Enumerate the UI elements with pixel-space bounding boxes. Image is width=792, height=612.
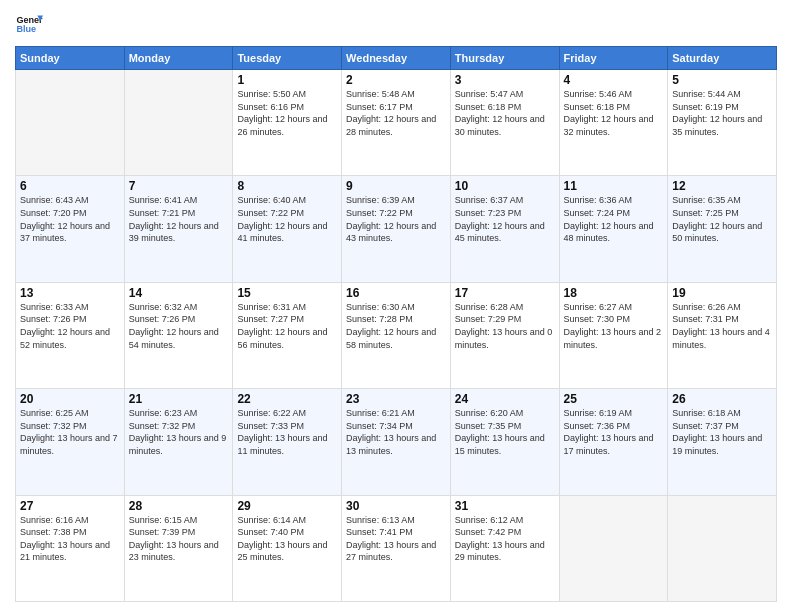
day-number: 28 [129, 499, 229, 513]
svg-text:Blue: Blue [16, 24, 36, 34]
day-info: Sunrise: 5:47 AM Sunset: 6:18 PM Dayligh… [455, 88, 555, 138]
calendar-cell: 27Sunrise: 6:16 AM Sunset: 7:38 PM Dayli… [16, 495, 125, 601]
calendar-cell: 5Sunrise: 5:44 AM Sunset: 6:19 PM Daylig… [668, 70, 777, 176]
calendar-cell: 31Sunrise: 6:12 AM Sunset: 7:42 PM Dayli… [450, 495, 559, 601]
day-info: Sunrise: 5:48 AM Sunset: 6:17 PM Dayligh… [346, 88, 446, 138]
day-info: Sunrise: 6:21 AM Sunset: 7:34 PM Dayligh… [346, 407, 446, 457]
day-number: 3 [455, 73, 555, 87]
day-info: Sunrise: 6:35 AM Sunset: 7:25 PM Dayligh… [672, 194, 772, 244]
calendar-cell: 30Sunrise: 6:13 AM Sunset: 7:41 PM Dayli… [342, 495, 451, 601]
calendar-cell: 21Sunrise: 6:23 AM Sunset: 7:32 PM Dayli… [124, 389, 233, 495]
day-number: 20 [20, 392, 120, 406]
day-number: 25 [564, 392, 664, 406]
page: General Blue SundayMondayTuesdayWednesda… [0, 0, 792, 612]
day-number: 14 [129, 286, 229, 300]
calendar-cell: 16Sunrise: 6:30 AM Sunset: 7:28 PM Dayli… [342, 282, 451, 388]
logo: General Blue [15, 10, 47, 38]
day-info: Sunrise: 6:36 AM Sunset: 7:24 PM Dayligh… [564, 194, 664, 244]
calendar-cell: 1Sunrise: 5:50 AM Sunset: 6:16 PM Daylig… [233, 70, 342, 176]
day-number: 24 [455, 392, 555, 406]
day-info: Sunrise: 6:23 AM Sunset: 7:32 PM Dayligh… [129, 407, 229, 457]
day-number: 2 [346, 73, 446, 87]
calendar-cell [16, 70, 125, 176]
calendar-header-tuesday: Tuesday [233, 47, 342, 70]
day-info: Sunrise: 6:16 AM Sunset: 7:38 PM Dayligh… [20, 514, 120, 564]
calendar-cell: 17Sunrise: 6:28 AM Sunset: 7:29 PM Dayli… [450, 282, 559, 388]
header: General Blue [15, 10, 777, 38]
day-info: Sunrise: 6:13 AM Sunset: 7:41 PM Dayligh… [346, 514, 446, 564]
day-number: 13 [20, 286, 120, 300]
day-number: 23 [346, 392, 446, 406]
day-info: Sunrise: 6:27 AM Sunset: 7:30 PM Dayligh… [564, 301, 664, 351]
calendar-cell: 23Sunrise: 6:21 AM Sunset: 7:34 PM Dayli… [342, 389, 451, 495]
calendar-week-4: 20Sunrise: 6:25 AM Sunset: 7:32 PM Dayli… [16, 389, 777, 495]
calendar-cell: 29Sunrise: 6:14 AM Sunset: 7:40 PM Dayli… [233, 495, 342, 601]
calendar-cell: 28Sunrise: 6:15 AM Sunset: 7:39 PM Dayli… [124, 495, 233, 601]
calendar-week-3: 13Sunrise: 6:33 AM Sunset: 7:26 PM Dayli… [16, 282, 777, 388]
day-info: Sunrise: 6:40 AM Sunset: 7:22 PM Dayligh… [237, 194, 337, 244]
day-number: 17 [455, 286, 555, 300]
day-number: 8 [237, 179, 337, 193]
day-number: 10 [455, 179, 555, 193]
day-number: 4 [564, 73, 664, 87]
day-number: 16 [346, 286, 446, 300]
day-number: 15 [237, 286, 337, 300]
day-number: 31 [455, 499, 555, 513]
calendar-cell: 6Sunrise: 6:43 AM Sunset: 7:20 PM Daylig… [16, 176, 125, 282]
day-info: Sunrise: 6:43 AM Sunset: 7:20 PM Dayligh… [20, 194, 120, 244]
calendar-cell: 25Sunrise: 6:19 AM Sunset: 7:36 PM Dayli… [559, 389, 668, 495]
calendar-cell: 18Sunrise: 6:27 AM Sunset: 7:30 PM Dayli… [559, 282, 668, 388]
day-info: Sunrise: 5:44 AM Sunset: 6:19 PM Dayligh… [672, 88, 772, 138]
calendar-cell [668, 495, 777, 601]
day-number: 19 [672, 286, 772, 300]
calendar-cell: 12Sunrise: 6:35 AM Sunset: 7:25 PM Dayli… [668, 176, 777, 282]
day-number: 30 [346, 499, 446, 513]
day-info: Sunrise: 6:15 AM Sunset: 7:39 PM Dayligh… [129, 514, 229, 564]
day-info: Sunrise: 6:31 AM Sunset: 7:27 PM Dayligh… [237, 301, 337, 351]
calendar-cell: 24Sunrise: 6:20 AM Sunset: 7:35 PM Dayli… [450, 389, 559, 495]
calendar-header-monday: Monday [124, 47, 233, 70]
calendar-header-friday: Friday [559, 47, 668, 70]
day-info: Sunrise: 6:26 AM Sunset: 7:31 PM Dayligh… [672, 301, 772, 351]
logo-icon: General Blue [15, 10, 43, 38]
day-number: 21 [129, 392, 229, 406]
calendar-cell: 26Sunrise: 6:18 AM Sunset: 7:37 PM Dayli… [668, 389, 777, 495]
day-info: Sunrise: 6:30 AM Sunset: 7:28 PM Dayligh… [346, 301, 446, 351]
calendar-cell: 10Sunrise: 6:37 AM Sunset: 7:23 PM Dayli… [450, 176, 559, 282]
calendar-week-1: 1Sunrise: 5:50 AM Sunset: 6:16 PM Daylig… [16, 70, 777, 176]
day-info: Sunrise: 5:46 AM Sunset: 6:18 PM Dayligh… [564, 88, 664, 138]
calendar-header-thursday: Thursday [450, 47, 559, 70]
day-number: 11 [564, 179, 664, 193]
calendar-cell: 19Sunrise: 6:26 AM Sunset: 7:31 PM Dayli… [668, 282, 777, 388]
calendar-table: SundayMondayTuesdayWednesdayThursdayFrid… [15, 46, 777, 602]
calendar-cell: 8Sunrise: 6:40 AM Sunset: 7:22 PM Daylig… [233, 176, 342, 282]
calendar-cell: 20Sunrise: 6:25 AM Sunset: 7:32 PM Dayli… [16, 389, 125, 495]
day-info: Sunrise: 6:22 AM Sunset: 7:33 PM Dayligh… [237, 407, 337, 457]
day-number: 18 [564, 286, 664, 300]
day-info: Sunrise: 5:50 AM Sunset: 6:16 PM Dayligh… [237, 88, 337, 138]
calendar-header-row: SundayMondayTuesdayWednesdayThursdayFrid… [16, 47, 777, 70]
calendar-header-wednesday: Wednesday [342, 47, 451, 70]
day-info: Sunrise: 6:39 AM Sunset: 7:22 PM Dayligh… [346, 194, 446, 244]
day-info: Sunrise: 6:28 AM Sunset: 7:29 PM Dayligh… [455, 301, 555, 351]
day-number: 22 [237, 392, 337, 406]
day-info: Sunrise: 6:32 AM Sunset: 7:26 PM Dayligh… [129, 301, 229, 351]
day-info: Sunrise: 6:20 AM Sunset: 7:35 PM Dayligh… [455, 407, 555, 457]
day-info: Sunrise: 6:33 AM Sunset: 7:26 PM Dayligh… [20, 301, 120, 351]
calendar-cell [559, 495, 668, 601]
calendar-week-5: 27Sunrise: 6:16 AM Sunset: 7:38 PM Dayli… [16, 495, 777, 601]
day-info: Sunrise: 6:12 AM Sunset: 7:42 PM Dayligh… [455, 514, 555, 564]
calendar-cell: 9Sunrise: 6:39 AM Sunset: 7:22 PM Daylig… [342, 176, 451, 282]
day-info: Sunrise: 6:25 AM Sunset: 7:32 PM Dayligh… [20, 407, 120, 457]
calendar-cell: 3Sunrise: 5:47 AM Sunset: 6:18 PM Daylig… [450, 70, 559, 176]
day-number: 6 [20, 179, 120, 193]
day-number: 26 [672, 392, 772, 406]
calendar-header-saturday: Saturday [668, 47, 777, 70]
calendar-cell: 7Sunrise: 6:41 AM Sunset: 7:21 PM Daylig… [124, 176, 233, 282]
calendar-cell: 4Sunrise: 5:46 AM Sunset: 6:18 PM Daylig… [559, 70, 668, 176]
day-info: Sunrise: 6:18 AM Sunset: 7:37 PM Dayligh… [672, 407, 772, 457]
calendar-cell: 11Sunrise: 6:36 AM Sunset: 7:24 PM Dayli… [559, 176, 668, 282]
day-number: 9 [346, 179, 446, 193]
day-info: Sunrise: 6:41 AM Sunset: 7:21 PM Dayligh… [129, 194, 229, 244]
calendar-cell: 22Sunrise: 6:22 AM Sunset: 7:33 PM Dayli… [233, 389, 342, 495]
